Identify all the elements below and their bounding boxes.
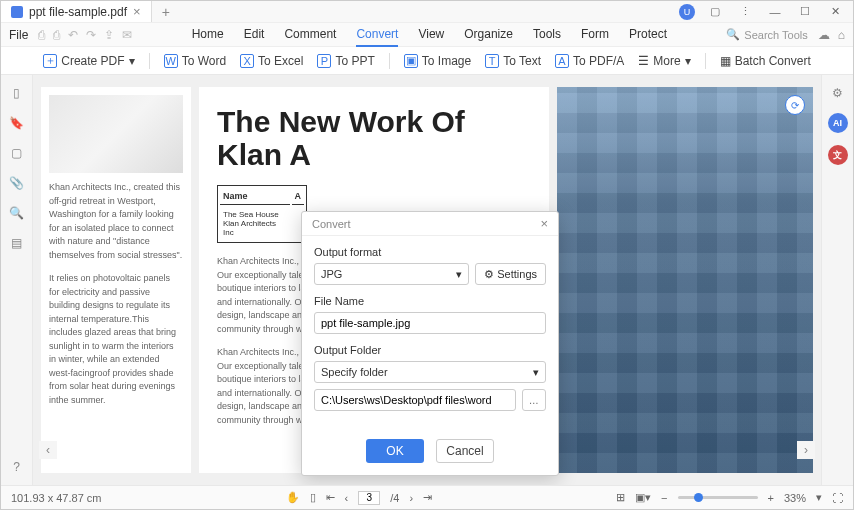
- gear-icon: ⚙: [484, 268, 494, 281]
- avatar[interactable]: U: [679, 4, 695, 20]
- file-menu[interactable]: File: [9, 28, 28, 42]
- output-format-label: Output format: [314, 246, 546, 258]
- document-tab[interactable]: ppt file-sample.pdf ×: [1, 1, 152, 22]
- maximize-button[interactable]: ☐: [795, 4, 815, 20]
- menu-tab-convert[interactable]: Convert: [356, 23, 398, 47]
- redo-icon[interactable]: ↷: [86, 28, 96, 42]
- bookmarks-icon[interactable]: 🔖: [9, 115, 25, 131]
- overflow-menu-icon[interactable]: ⋮: [735, 4, 755, 20]
- cloud-icon[interactable]: ☁: [818, 28, 830, 42]
- architecture-image: [49, 95, 183, 173]
- left-paragraph-1: Khan Architects Inc., created this off-g…: [49, 181, 183, 262]
- settings-button[interactable]: ⚙ Settings: [475, 263, 546, 285]
- menubar: File ⎙ ⎙ ↶ ↷ ⇪ ✉ HomeEditCommentConvertV…: [1, 23, 853, 47]
- share-icon[interactable]: ⇪: [104, 28, 114, 42]
- to-ppt-button[interactable]: PTo PPT: [317, 54, 374, 68]
- to-image-button[interactable]: ▣To Image: [404, 54, 471, 68]
- thumbnails-icon[interactable]: ▯: [9, 85, 25, 101]
- menu-tab-view[interactable]: View: [418, 23, 444, 47]
- close-tab-icon[interactable]: ×: [133, 4, 141, 19]
- close-window-button[interactable]: ✕: [825, 4, 845, 20]
- page-heading: The New Work Of Klan A: [217, 105, 531, 171]
- select-tool-icon[interactable]: ▯: [310, 491, 316, 504]
- to-text-button[interactable]: TTo Text: [485, 54, 541, 68]
- more-button[interactable]: ☰More▾: [638, 54, 690, 68]
- menu-tab-tools[interactable]: Tools: [533, 23, 561, 47]
- cancel-button[interactable]: Cancel: [436, 439, 494, 463]
- undo-icon[interactable]: ↶: [68, 28, 78, 42]
- image-icon: ▣: [404, 54, 418, 68]
- output-folder-label: Output Folder: [314, 344, 546, 356]
- search-panel-icon[interactable]: 🔍: [9, 205, 25, 221]
- chevron-down-icon: ▾: [533, 366, 539, 379]
- translate-icon[interactable]: 文: [828, 145, 848, 165]
- search-icon: 🔍: [726, 28, 740, 41]
- filename-input[interactable]: [314, 312, 546, 334]
- attachments-icon[interactable]: 📎: [9, 175, 25, 191]
- chevron-down-icon[interactable]: ▾: [816, 491, 822, 504]
- fit-page-icon[interactable]: ▣▾: [635, 491, 651, 504]
- menu-tab-comment[interactable]: Comment: [284, 23, 336, 47]
- home-icon[interactable]: ⌂: [838, 28, 845, 42]
- browse-folder-button[interactable]: …: [522, 389, 546, 411]
- table-cell: The Sea House Klan Architects Inc: [220, 207, 290, 240]
- convert-badge-icon[interactable]: ⟳: [785, 95, 805, 115]
- output-format-select[interactable]: JPG ▾: [314, 263, 469, 285]
- ok-button[interactable]: OK: [366, 439, 424, 463]
- word-icon: W: [164, 54, 178, 68]
- menu-tab-organize[interactable]: Organize: [464, 23, 513, 47]
- next-page-nav[interactable]: ›: [797, 441, 815, 459]
- table-header-name: Name: [220, 188, 290, 205]
- zoom-slider[interactable]: [678, 496, 758, 499]
- help-icon[interactable]: ?: [9, 459, 25, 475]
- next-page-button[interactable]: ›: [409, 492, 413, 504]
- to-word-button[interactable]: WTo Word: [164, 54, 226, 68]
- zoom-value: 33%: [784, 492, 806, 504]
- last-page-button[interactable]: ⇥: [423, 491, 432, 504]
- dialog-close-icon[interactable]: ×: [540, 216, 548, 231]
- plus-icon: ＋: [43, 54, 57, 68]
- zoom-out-button[interactable]: −: [661, 492, 667, 504]
- ai-button[interactable]: AI: [828, 113, 848, 133]
- zoom-in-button[interactable]: +: [768, 492, 774, 504]
- filename-label: File Name: [314, 295, 546, 307]
- menu-tab-home[interactable]: Home: [192, 23, 224, 47]
- table-header-2: A: [292, 188, 305, 205]
- to-pdfa-button[interactable]: ATo PDF/A: [555, 54, 624, 68]
- new-tab-button[interactable]: +: [152, 4, 180, 20]
- menu-tab-edit[interactable]: Edit: [244, 23, 265, 47]
- folder-path-input[interactable]: [314, 389, 516, 411]
- page-number-input[interactable]: [358, 491, 380, 505]
- fit-width-icon[interactable]: ⊞: [616, 491, 625, 504]
- mail-icon[interactable]: ✉: [122, 28, 132, 42]
- create-pdf-button[interactable]: ＋Create PDF▾: [43, 54, 134, 68]
- ppt-icon: P: [317, 54, 331, 68]
- hand-tool-icon[interactable]: ✋: [286, 491, 300, 504]
- menu-tab-form[interactable]: Form: [581, 23, 609, 47]
- sliders-icon[interactable]: ⚙: [830, 85, 846, 101]
- chevron-down-icon: ▾: [129, 54, 135, 68]
- minimize-button[interactable]: —: [765, 4, 785, 20]
- print-icon[interactable]: ⎙: [53, 28, 60, 42]
- prev-page-button[interactable]: ‹: [345, 492, 349, 504]
- prev-page-nav[interactable]: ‹: [39, 441, 57, 459]
- batch-convert-button[interactable]: ▦Batch Convert: [720, 54, 811, 68]
- to-excel-button[interactable]: XTo Excel: [240, 54, 303, 68]
- chevron-down-icon: ▾: [685, 54, 691, 68]
- search-tools[interactable]: 🔍 Search Tools: [726, 28, 807, 41]
- folder-mode-select[interactable]: Specify folder ▾: [314, 361, 546, 383]
- text-icon: T: [485, 54, 499, 68]
- save-icon[interactable]: ⎙: [38, 28, 45, 42]
- page-total: /4: [390, 492, 399, 504]
- menu-tab-protect[interactable]: Protect: [629, 23, 667, 47]
- pdfa-icon: A: [555, 54, 569, 68]
- fullscreen-icon[interactable]: ⛶: [832, 492, 843, 504]
- convert-dialog: Convert × Output format JPG ▾ ⚙ Settings…: [301, 211, 559, 476]
- fields-icon[interactable]: ▤: [9, 235, 25, 251]
- output-format-value: JPG: [321, 268, 342, 280]
- stamp-icon[interactable]: ▢: [9, 145, 25, 161]
- page-left: Khan Architects Inc., created this off-g…: [41, 87, 191, 473]
- more-icon: ☰: [638, 54, 649, 68]
- first-page-button[interactable]: ⇤: [326, 491, 335, 504]
- chat-icon[interactable]: ▢: [705, 4, 725, 20]
